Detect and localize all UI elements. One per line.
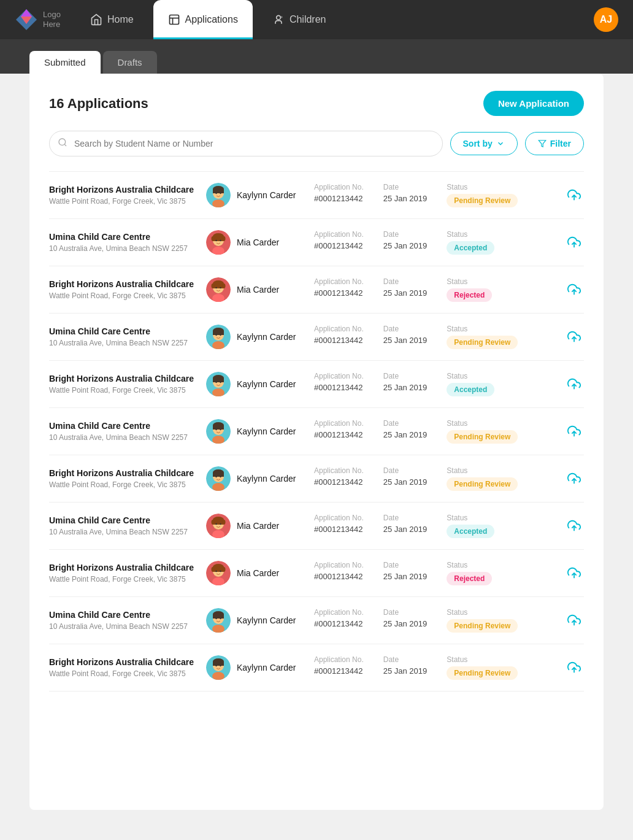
avatar bbox=[206, 277, 231, 302]
date-label: Date bbox=[383, 325, 428, 333]
status-badge: Pending Review bbox=[447, 477, 518, 491]
app-no-value: #0001213442 bbox=[314, 525, 364, 534]
svg-point-97 bbox=[215, 571, 217, 572]
avatar bbox=[206, 466, 231, 491]
status-col: Status Accepted bbox=[447, 514, 494, 538]
upload-button[interactable] bbox=[564, 425, 584, 438]
status-label: Status bbox=[447, 183, 518, 191]
date-value: 25 Jan 2019 bbox=[383, 477, 428, 487]
upload-button[interactable] bbox=[564, 519, 584, 533]
center-address: Wattle Point Road, Forge Creek, Vic 3875 bbox=[49, 575, 196, 584]
date-label: Date bbox=[383, 419, 428, 428]
svg-point-7 bbox=[280, 16, 282, 18]
application-row[interactable]: Umina Child Care Centre 10 Australia Ave… bbox=[49, 408, 584, 455]
svg-rect-64 bbox=[213, 425, 224, 430]
search-input[interactable] bbox=[49, 131, 443, 156]
navigation: Logo Here Home Applications Children AJ bbox=[0, 0, 633, 39]
svg-marker-10 bbox=[539, 141, 546, 147]
search-wrapper bbox=[49, 131, 443, 156]
application-row[interactable]: Bright Horizons Australia Childcare Watt… bbox=[49, 455, 584, 503]
status-badge: Pending Review bbox=[447, 619, 518, 633]
svg-point-95 bbox=[223, 567, 226, 572]
center-info: Umina Child Care Centre 10 Australia Ave… bbox=[49, 232, 196, 253]
child-name: Mia Carder bbox=[237, 237, 279, 247]
upload-button[interactable] bbox=[564, 566, 584, 580]
date-value: 25 Jan 2019 bbox=[383, 336, 428, 345]
upload-button[interactable] bbox=[564, 472, 584, 485]
upload-button[interactable] bbox=[564, 188, 584, 202]
status-col: Status Rejected bbox=[447, 277, 492, 302]
status-badge: Pending Review bbox=[447, 666, 518, 680]
status-col: Status Pending Review bbox=[447, 608, 518, 633]
child-name: Kaylynn Carder bbox=[237, 663, 296, 672]
application-row[interactable]: Bright Horizons Australia Childcare Watt… bbox=[49, 171, 584, 219]
date-col: Date 25 Jan 2019 bbox=[383, 183, 428, 203]
filter-button[interactable]: Filter bbox=[525, 132, 584, 155]
application-row[interactable]: Bright Horizons Australia Childcare Watt… bbox=[49, 361, 584, 408]
user-avatar[interactable]: AJ bbox=[594, 7, 618, 32]
date-label: Date bbox=[383, 230, 428, 239]
application-row[interactable]: Bright Horizons Australia Childcare Watt… bbox=[49, 266, 584, 314]
upload-button[interactable] bbox=[564, 330, 584, 344]
child-name: Kaylynn Carder bbox=[237, 190, 296, 200]
application-row[interactable]: Umina Child Care Centre 10 Australia Ave… bbox=[49, 314, 584, 361]
svg-point-48 bbox=[215, 334, 217, 336]
svg-point-25 bbox=[212, 236, 215, 241]
svg-rect-93 bbox=[213, 567, 224, 572]
main-content: 16 Applications New Application Sort by … bbox=[29, 74, 604, 810]
app-no-col: Application No. #0001213442 bbox=[314, 561, 364, 581]
nav-children[interactable]: Children bbox=[258, 0, 341, 39]
status-badge: Pending Review bbox=[447, 194, 518, 207]
center-name: Umina Child Care Centre bbox=[49, 421, 196, 431]
app-no-col: Application No. #0001213442 bbox=[314, 277, 364, 298]
child-name: Kaylynn Carder bbox=[237, 332, 296, 342]
svg-point-26 bbox=[223, 236, 226, 241]
center-info: Bright Horizons Australia Childcare Watt… bbox=[49, 185, 196, 206]
date-col: Date 25 Jan 2019 bbox=[383, 372, 428, 392]
date-label: Date bbox=[383, 183, 428, 191]
upload-button[interactable] bbox=[564, 661, 584, 674]
application-row[interactable]: Bright Horizons Australia Childcare Watt… bbox=[49, 550, 584, 597]
app-no-value: #0001213442 bbox=[314, 572, 364, 581]
upload-button[interactable] bbox=[564, 236, 584, 249]
application-row[interactable]: Bright Horizons Australia Childcare Watt… bbox=[49, 644, 584, 692]
app-no-value: #0001213442 bbox=[314, 477, 364, 487]
child-avatar-area: Kaylynn Carder bbox=[206, 608, 304, 633]
status-col: Status Accepted bbox=[447, 230, 494, 255]
logo-icon bbox=[15, 8, 38, 31]
nav-applications[interactable]: Applications bbox=[153, 0, 253, 39]
app-no-col: Application No. #0001213442 bbox=[314, 183, 364, 203]
tab-submitted[interactable]: Submitted bbox=[29, 51, 101, 74]
application-row[interactable]: Umina Child Care Centre 10 Australia Ave… bbox=[49, 219, 584, 266]
center-info: Bright Horizons Australia Childcare Watt… bbox=[49, 563, 196, 584]
svg-point-98 bbox=[220, 571, 221, 572]
application-row[interactable]: Umina Child Care Centre 10 Australia Ave… bbox=[49, 503, 584, 550]
app-no-value: #0001213442 bbox=[314, 241, 364, 250]
upload-button[interactable] bbox=[564, 614, 584, 627]
upload-button[interactable] bbox=[564, 377, 584, 391]
child-name: Mia Carder bbox=[237, 521, 279, 531]
new-application-button[interactable]: New Application bbox=[483, 91, 584, 116]
tab-drafts[interactable]: Drafts bbox=[103, 51, 157, 74]
svg-point-106 bbox=[215, 618, 217, 619]
status-badge: Pending Review bbox=[447, 430, 518, 444]
upload-button[interactable] bbox=[564, 283, 584, 296]
center-name: Umina Child Care Centre bbox=[49, 515, 196, 525]
application-row[interactable]: Umina Child Care Centre 10 Australia Ave… bbox=[49, 597, 584, 644]
center-name: Umina Child Care Centre bbox=[49, 232, 196, 242]
avatar bbox=[206, 561, 231, 585]
svg-rect-104 bbox=[213, 614, 224, 618]
center-address: Wattle Point Road, Forge Creek, Vic 3875 bbox=[49, 291, 196, 300]
child-avatar-area: Mia Carder bbox=[206, 230, 304, 255]
content-header: 16 Applications New Application bbox=[49, 91, 584, 116]
center-info: Bright Horizons Australia Childcare Watt… bbox=[49, 468, 196, 489]
child-name: Kaylynn Carder bbox=[237, 474, 296, 484]
center-name: Bright Horizons Australia Childcare bbox=[49, 279, 196, 289]
date-value: 25 Jan 2019 bbox=[383, 619, 428, 628]
nav-home[interactable]: Home bbox=[75, 0, 148, 39]
sort-by-button[interactable]: Sort by bbox=[450, 132, 518, 155]
date-label: Date bbox=[383, 514, 428, 522]
svg-point-8 bbox=[59, 139, 66, 145]
avatar bbox=[206, 325, 231, 349]
filter-icon bbox=[538, 139, 547, 148]
